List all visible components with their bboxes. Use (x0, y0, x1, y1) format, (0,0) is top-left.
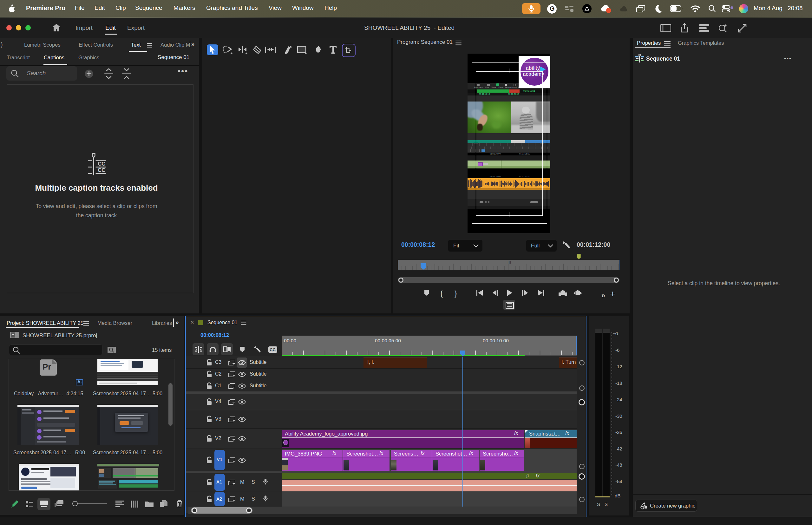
svg-text:CC: CC (98, 167, 105, 173)
svg-text:CC: CC (98, 161, 105, 167)
svg-text:CC: CC (270, 347, 276, 352)
